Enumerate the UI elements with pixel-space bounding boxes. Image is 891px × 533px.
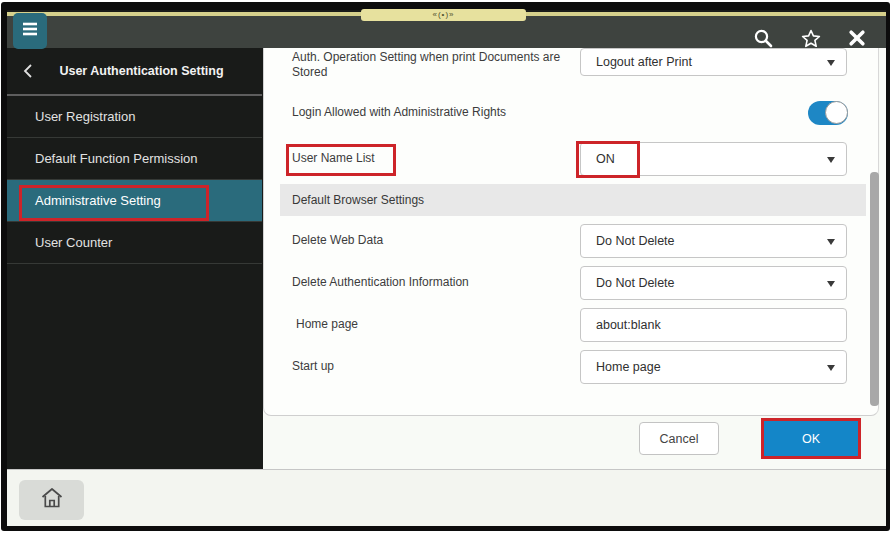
dropdown-value: Do Not Delete — [596, 234, 675, 248]
delete-web-data-dropdown[interactable]: Do Not Delete — [580, 224, 847, 258]
start-up-dropdown[interactable]: Home page — [580, 350, 847, 384]
start-up-label: Start up — [292, 359, 574, 374]
input-value: about:blank — [596, 318, 661, 332]
chevron-down-icon — [827, 60, 835, 66]
annotation-box-user-name-list — [286, 144, 396, 176]
chevron-down-icon — [827, 281, 835, 287]
login-allowed-admin-rights-label: Login Allowed with Administrative Rights — [292, 105, 574, 120]
login-allowed-admin-rights-toggle[interactable] — [808, 101, 848, 125]
annotation-box-ok-button: OK — [761, 418, 861, 459]
section-label: Default Browser Settings — [292, 193, 424, 207]
annotation-box-on-value — [576, 141, 640, 178]
back-chevron-icon[interactable] — [23, 63, 33, 83]
hamburger-menu-button[interactable] — [13, 13, 47, 49]
annotation-box-administrative-setting — [19, 185, 209, 221]
home-button[interactable] — [19, 480, 84, 520]
hamburger-icon — [20, 20, 40, 42]
auth-operation-setting-label: Auth. Operation Setting when print Docum… — [292, 50, 574, 80]
delete-authentication-information-dropdown[interactable]: Do Not Delete — [580, 266, 847, 300]
sidebar-item-default-function-permission[interactable]: Default Function Permission — [7, 138, 262, 180]
favorite-star-icon[interactable] — [800, 28, 822, 48]
settings-content: Auth. Operation Setting when print Docum… — [263, 48, 886, 469]
delete-web-data-label: Delete Web Data — [292, 233, 574, 248]
home-page-input[interactable]: about:blank — [580, 308, 847, 342]
dropdown-value: Do Not Delete — [596, 276, 675, 290]
scrollbar-thumb[interactable] — [870, 172, 879, 406]
device-top-indicator: «(•)» — [361, 9, 526, 21]
cancel-button[interactable]: Cancel — [639, 422, 719, 455]
sidebar-item-user-registration[interactable]: User Registration — [7, 96, 262, 138]
auth-operation-setting-dropdown[interactable]: Logout after Print — [580, 48, 847, 76]
sidebar-item-label: Default Function Permission — [35, 151, 198, 166]
sidebar-title: User Authentication Setting — [7, 64, 262, 78]
delete-authentication-information-label: Delete Authentication Information — [292, 275, 574, 290]
close-icon[interactable] — [846, 28, 868, 48]
sidebar: User Authentication Setting User Registr… — [7, 48, 262, 469]
sidebar-item-label: User Registration — [35, 109, 135, 124]
home-icon — [39, 486, 65, 514]
chevron-down-icon — [827, 239, 835, 245]
home-page-label: Home page — [296, 317, 578, 332]
chevron-down-icon — [827, 365, 835, 371]
search-icon[interactable] — [752, 28, 774, 48]
sidebar-item-administrative-setting[interactable]: Administrative Setting — [7, 180, 262, 222]
chevron-down-icon — [827, 157, 835, 163]
sidebar-item-user-counter[interactable]: User Counter — [7, 222, 262, 264]
sidebar-item-label: User Counter — [35, 235, 112, 250]
toggle-thumb — [825, 101, 848, 124]
footer-bar — [7, 469, 886, 526]
touchscreen: «(•)» — [7, 10, 886, 526]
ok-button[interactable]: OK — [764, 421, 858, 456]
dropdown-value: Home page — [596, 360, 661, 374]
device-bezel-frame: «(•)» — [1, 2, 890, 531]
default-browser-settings-section: Default Browser Settings — [280, 184, 866, 216]
screenshot-root: «(•)» — [0, 0, 891, 533]
settings-scroll-panel: Auth. Operation Setting when print Docum… — [263, 48, 879, 416]
sidebar-header[interactable]: User Authentication Setting — [7, 48, 262, 96]
dropdown-value: Logout after Print — [596, 55, 692, 69]
